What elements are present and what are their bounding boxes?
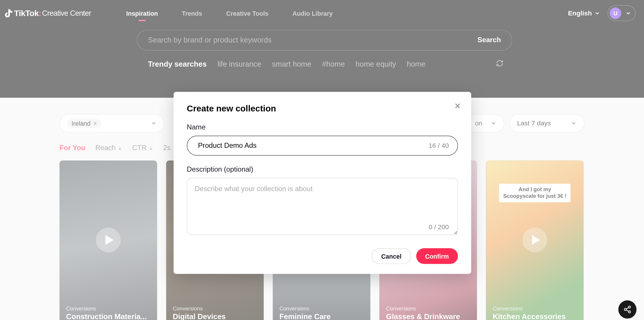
confirm-button[interactable]: Confirm — [416, 248, 458, 264]
share-fab[interactable] — [618, 301, 637, 319]
name-char-counter: 16 / 40 — [429, 142, 449, 150]
modal-title: Create new collection — [187, 104, 458, 113]
description-label: Description (optional) — [187, 166, 458, 174]
share-icon — [623, 305, 632, 314]
create-collection-modal: ✕ Create new collection Name 16 / 40 Des… — [173, 92, 471, 274]
collection-name-input[interactable] — [187, 136, 458, 155]
modal-actions: Cancel Confirm — [187, 248, 458, 264]
svg-point-1 — [624, 308, 626, 310]
svg-point-0 — [628, 306, 630, 308]
collection-description-input[interactable] — [187, 178, 458, 235]
name-label: Name — [187, 123, 458, 131]
svg-point-2 — [628, 311, 630, 313]
cancel-button[interactable]: Cancel — [372, 248, 411, 264]
close-icon[interactable]: ✕ — [454, 102, 461, 110]
